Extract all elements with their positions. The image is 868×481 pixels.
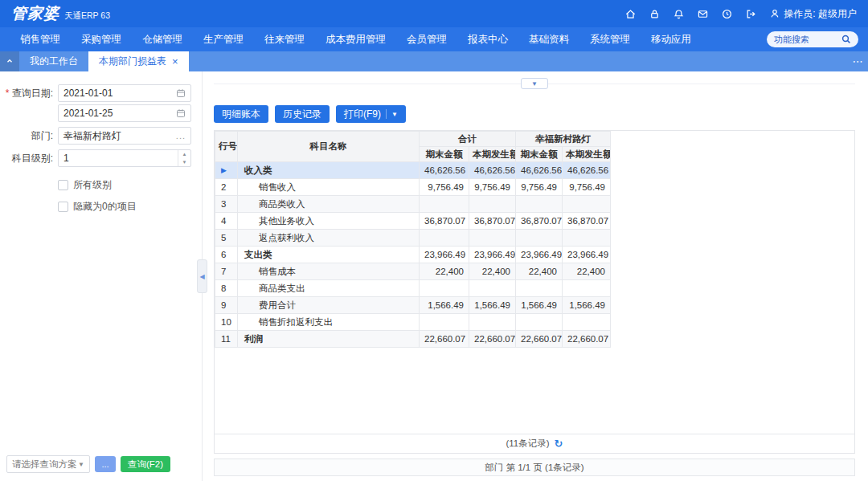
nav-item[interactable]: 系统管理 (579, 27, 641, 51)
dept-end-amount-cell (516, 280, 563, 297)
nav-item[interactable]: 销售管理 (10, 27, 71, 51)
calendar-icon[interactable] (176, 88, 186, 98)
clock-icon[interactable] (721, 8, 733, 20)
table-row[interactable]: ▶收入类46,626.5646,626.5646,626.5646,626.56 (215, 162, 611, 179)
nav-item[interactable]: 报表中心 (457, 27, 518, 51)
nav-item[interactable]: 仓储管理 (132, 27, 193, 51)
row-no-cell: 8 (215, 280, 238, 297)
calendar-icon[interactable] (176, 108, 186, 118)
nav-item[interactable]: 会员管理 (396, 27, 457, 51)
nav-item[interactable]: 生产管理 (193, 27, 254, 51)
date-to-field[interactable]: 2021-01-25 (58, 104, 191, 122)
scheme-more-button[interactable]: ... (95, 456, 116, 472)
records-footer: (11条记录) ↻ (215, 434, 854, 453)
product-name: 天通ERP 63 (64, 10, 110, 22)
report-content: ▼ 明细账本 历史记录 打印(F9) ▼ (203, 71, 868, 481)
date-label: 查询日期: (11, 84, 58, 102)
table-row[interactable]: 4其他业务收入36,870.0736,870.0736,870.0736,870… (215, 213, 611, 230)
function-search-input[interactable]: 功能搜索 (767, 31, 858, 47)
tab-item[interactable]: 本期部门损益表× (88, 51, 189, 71)
query-scheme-select[interactable]: 请选择查询方案 ▼ (6, 455, 90, 473)
date-from-field[interactable]: 2021-01-01 (58, 84, 191, 102)
print-button[interactable]: 打印(F9) ▼ (336, 105, 406, 123)
nav-item[interactable]: 基础资料 (518, 27, 579, 51)
col-header-period-amount: 本期发生额 (469, 147, 516, 162)
user-menu[interactable]: 操作员: 超级用户 (769, 7, 857, 21)
dept-period-amount-cell: 22,660.07 (563, 331, 611, 348)
total-period-amount-cell (469, 280, 516, 297)
history-button[interactable]: 历史记录 (275, 105, 330, 123)
user-label: 操作员: 超级用户 (784, 7, 857, 21)
subject-cell: 销售收入 (238, 179, 420, 196)
dept-end-amount-cell: 22,660.07 (516, 331, 563, 348)
message-icon[interactable] (697, 8, 709, 20)
table-row[interactable]: 9费用合计1,566.491,566.491,566.491,566.49 (215, 297, 611, 314)
search-placeholder: 功能搜索 (774, 34, 809, 46)
nav-item[interactable]: 成本费用管理 (315, 27, 396, 51)
total-end-amount-cell (420, 196, 469, 213)
subject-cell: 支出类 (238, 247, 420, 263)
tab-label: 本期部门损益表 (99, 55, 166, 68)
dept-end-amount-cell (516, 230, 563, 247)
tabbar-collapse-button[interactable] (0, 51, 19, 71)
col-header-end-amount: 期末金额 (516, 147, 563, 162)
dept-picker-button[interactable]: ... (171, 131, 186, 141)
all-levels-row: 所有级别 (58, 178, 202, 192)
total-period-amount-cell: 22,400 (469, 263, 516, 280)
dept-field[interactable]: 幸福新村路灯 ... (58, 127, 191, 145)
hide-zero-checkbox[interactable] (58, 202, 68, 212)
detail-ledger-button[interactable]: 明细账本 (214, 105, 268, 123)
all-levels-checkbox[interactable] (58, 180, 68, 190)
dept-end-amount-cell (516, 314, 563, 331)
row-no-cell: 2 (215, 179, 238, 196)
dept-period-amount-cell (563, 196, 611, 213)
search-icon[interactable] (841, 35, 851, 44)
query-button[interactable]: 查询(F2) (121, 456, 170, 472)
panel-collapse-handle[interactable]: ◀ (197, 259, 207, 293)
dept-end-amount-cell: 1,566.49 (516, 297, 563, 314)
table-row[interactable]: 3商品类收入 (215, 196, 611, 213)
tab-item[interactable]: 我的工作台 (19, 51, 88, 71)
col-group-total: 合计 (420, 132, 516, 147)
level-value: 1 (63, 153, 69, 164)
home-icon[interactable] (624, 8, 637, 20)
row-no-cell: 11 (215, 331, 238, 348)
lock-icon[interactable] (649, 8, 661, 20)
nav-item[interactable]: 往来管理 (254, 27, 315, 51)
content-collapse-button[interactable]: ▼ (521, 78, 548, 89)
dept-end-amount-cell (516, 196, 563, 213)
subject-cell: 商品类支出 (238, 280, 420, 297)
bell-icon[interactable] (673, 8, 685, 20)
nav-item[interactable]: 采购管理 (71, 27, 132, 51)
top-header: 管家婆 天通ERP 63 (0, 0, 868, 27)
table-row[interactable]: 10销售折扣返利支出 (215, 314, 611, 331)
dept-row: 部门: 幸福新村路灯 ... (0, 127, 202, 145)
table-row[interactable]: 8商品类支出 (215, 280, 611, 297)
refresh-icon[interactable]: ↻ (555, 438, 563, 450)
dept-period-amount-cell (563, 314, 611, 331)
logout-icon[interactable] (745, 8, 757, 20)
total-period-amount-cell: 46,626.56 (469, 162, 516, 179)
spinner-up-icon[interactable]: ▲ (178, 150, 190, 158)
table-row[interactable]: 7销售成本22,40022,40022,40022,400 (215, 263, 611, 280)
tab-close-icon[interactable]: × (172, 56, 178, 67)
hide-zero-row: 隐藏为0的项目 (58, 200, 202, 214)
table-row[interactable]: 6支出类23,966.4923,966.4923,966.4923,966.49 (215, 247, 611, 263)
table-row[interactable]: 5返点获利收入 (215, 230, 611, 247)
divider (386, 109, 387, 119)
total-period-amount-cell: 1,566.49 (469, 297, 516, 314)
dept-period-amount-cell: 22,400 (563, 263, 611, 280)
total-period-amount-cell (469, 314, 516, 331)
nav-item[interactable]: 移动应用 (641, 27, 702, 51)
dept-end-amount-cell: 9,756.49 (516, 179, 563, 196)
tab-overflow-button[interactable]: ⋯ (847, 51, 868, 71)
table-row[interactable]: 2销售收入9,756.499,756.499,756.499,756.49 (215, 179, 611, 196)
filter-panel: * 查询日期: 2021-01-01 2021-01-25 (0, 71, 203, 481)
print-label: 打印(F9) (344, 108, 381, 121)
level-field[interactable]: 1 ▲ ▼ (58, 149, 191, 167)
spinner-down-icon[interactable]: ▼ (178, 158, 190, 166)
total-period-amount-cell: 36,870.07 (469, 213, 516, 230)
collapse-strip: ▼ (214, 78, 855, 89)
caret-left-icon: ◀ (199, 273, 204, 280)
table-row[interactable]: 11利润22,660.0722,660.0722,660.0722,660.07 (215, 331, 611, 348)
